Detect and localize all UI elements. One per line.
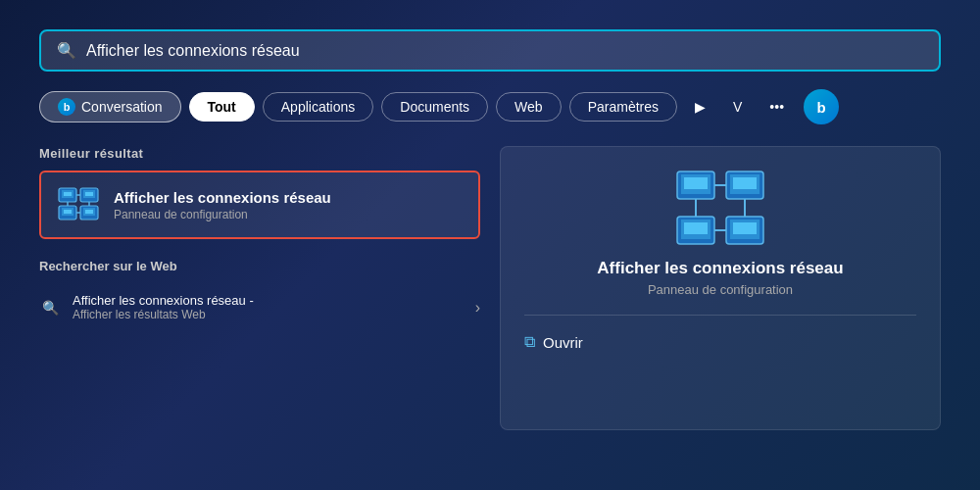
tab-applications-label: Applications bbox=[281, 99, 356, 115]
network-icon-small-wrapper bbox=[57, 186, 100, 223]
v-button[interactable]: V bbox=[723, 93, 752, 121]
tab-tout[interactable]: Tout bbox=[189, 92, 255, 122]
tab-documents[interactable]: Documents bbox=[381, 92, 488, 122]
best-result-title: Afficher les connexions réseau bbox=[114, 189, 331, 206]
svg-rect-5 bbox=[85, 192, 93, 196]
svg-rect-21 bbox=[733, 177, 757, 189]
main-content: Meilleur résultat bbox=[39, 146, 941, 430]
svg-rect-8 bbox=[64, 210, 72, 214]
dots-icon: ••• bbox=[769, 99, 784, 115]
play-icon: ▶ bbox=[695, 99, 706, 115]
best-result-label: Meilleur résultat bbox=[39, 146, 480, 161]
tab-web[interactable]: Web bbox=[496, 92, 562, 122]
panel-divider bbox=[524, 315, 916, 316]
best-result-card[interactable]: Afficher les connexions réseau Panneau d… bbox=[39, 171, 480, 239]
app-container: 🔍 b Conversation Tout Applications Docum… bbox=[0, 0, 980, 490]
open-button[interactable]: ⧉ Ouvrir bbox=[524, 329, 583, 355]
best-result-text: Afficher les connexions réseau Panneau d… bbox=[114, 189, 331, 221]
play-button[interactable]: ▶ bbox=[685, 93, 715, 121]
tab-web-label: Web bbox=[514, 99, 543, 115]
web-search-line1: Afficher les connexions réseau - bbox=[73, 293, 254, 308]
svg-rect-27 bbox=[733, 222, 757, 234]
svg-rect-24 bbox=[684, 222, 708, 234]
tab-documents-label: Documents bbox=[400, 99, 469, 115]
web-search-item[interactable]: 🔍 Afficher les connexions réseau - Affic… bbox=[39, 283, 480, 331]
web-search-label: Rechercher sur le Web bbox=[39, 259, 480, 273]
svg-rect-2 bbox=[64, 192, 72, 196]
search-input[interactable] bbox=[86, 42, 923, 60]
right-panel-title: Afficher les connexions réseau bbox=[597, 259, 843, 278]
best-result-subtitle: Panneau de configuration bbox=[114, 208, 331, 221]
right-panel-subtitle: Panneau de configuration bbox=[648, 282, 793, 297]
left-panel: Meilleur résultat bbox=[39, 146, 500, 430]
open-label: Ouvrir bbox=[543, 334, 583, 351]
bing-circle-icon: b bbox=[816, 99, 825, 116]
bing-circle-button[interactable]: b bbox=[804, 89, 839, 124]
tab-parametres-label: Paramètres bbox=[588, 99, 659, 115]
v-label: V bbox=[733, 99, 742, 115]
filter-tabs: b Conversation Tout Applications Documen… bbox=[39, 89, 941, 124]
tab-conversation[interactable]: b Conversation bbox=[39, 91, 181, 122]
svg-rect-11 bbox=[85, 210, 93, 214]
web-search-text: Afficher les connexions réseau - Affiche… bbox=[73, 293, 254, 321]
search-bar[interactable]: 🔍 bbox=[39, 29, 941, 72]
network-icon-large bbox=[676, 171, 764, 245]
svg-rect-18 bbox=[684, 177, 708, 189]
more-button[interactable]: ••• bbox=[760, 93, 794, 121]
tab-parametres[interactable]: Paramètres bbox=[569, 92, 677, 122]
web-search-line2: Afficher les résultats Web bbox=[73, 308, 254, 321]
open-icon: ⧉ bbox=[524, 333, 535, 351]
search-icon: 🔍 bbox=[57, 41, 76, 60]
network-icon-small bbox=[58, 187, 99, 222]
chevron-right-icon: › bbox=[475, 299, 480, 317]
web-search-icon: 🔍 bbox=[39, 297, 61, 318]
right-panel: Afficher les connexions réseau Panneau d… bbox=[500, 146, 941, 430]
tab-applications[interactable]: Applications bbox=[263, 92, 374, 122]
bing-icon-conversation: b bbox=[58, 98, 75, 116]
tab-conversation-label: Conversation bbox=[81, 99, 163, 115]
tab-tout-label: Tout bbox=[208, 99, 236, 115]
